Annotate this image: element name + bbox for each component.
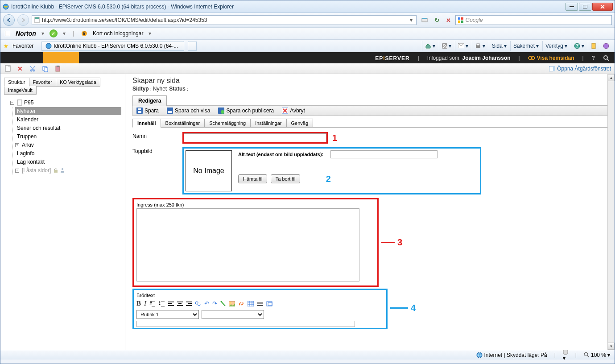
tools-menu[interactable]: Verktyg ▾ [542,41,570,51]
bullet-list-icon[interactable] [159,301,165,307]
save-icon [167,108,173,114]
forward-button[interactable] [17,14,29,26]
tree-collapse-icon[interactable]: − [10,101,14,105]
home-button[interactable]: ▾ [422,41,438,51]
tree-item-lagkontakt[interactable]: Lag kontakt [15,158,121,166]
tree-item-serier[interactable]: Serier och resultat [15,124,121,132]
tree-expand-locked-icon[interactable]: + [15,169,19,173]
fullscreen-icon[interactable] [266,301,272,306]
tree-item-locked[interactable]: [Låsta sidor] [22,167,51,174]
encoding-button[interactable] [600,41,612,51]
cancel-button[interactable]: Avbryt [282,108,305,114]
find-icon[interactable] [195,301,201,306]
tree-root[interactable]: P95 [24,99,33,106]
refresh-icon[interactable]: ↻ [433,17,442,24]
hr-icon[interactable] [257,301,263,306]
research-button[interactable] [588,41,599,51]
favorites-star-icon[interactable]: ★ [3,42,9,50]
maximize-button[interactable] [579,3,591,11]
tab-verktyg[interactable]: KO Verktygslåda [56,78,100,87]
tree-item-truppen[interactable]: Truppen [15,132,121,141]
tree-item-arkiv[interactable]: Arkiv [22,142,34,148]
link-icon[interactable] [238,301,244,307]
tree-item-kalender[interactable]: Kalender [15,116,121,124]
style-select[interactable] [202,310,264,319]
namn-input[interactable] [184,133,326,142]
search-icon[interactable] [603,55,609,61]
tabort-fil-button[interactable]: Ta bort fil [271,174,301,183]
zoom-control[interactable]: 100 % ▾ [584,352,610,358]
norton-status-dropdown[interactable]: ▾ [63,30,66,37]
row-namn: Namn 1 [132,132,611,144]
save-publish-button[interactable]: Spara och publicera [218,108,274,114]
browser-tab[interactable]: IdrottOnline Klubb - EPiServer CMS 6.0.5… [41,41,184,51]
tab-genvag[interactable]: Genväg [286,119,314,128]
alttext-input[interactable] [330,150,438,158]
tab-redigera[interactable]: Redigera [132,95,167,106]
feeds-button[interactable]: ▾ [439,41,454,51]
tab-installningar[interactable]: Inställningar [250,119,286,128]
safety-menu[interactable]: Säkerhet ▾ [510,41,541,51]
tab-schema[interactable]: Schemaläggning [204,119,251,128]
numbered-list-icon[interactable]: 12 [149,301,156,307]
svg-rect-1 [570,6,574,7]
compat-icon[interactable] [419,17,430,24]
brodtext-editor[interactable] [136,321,355,327]
norton-vault-label[interactable]: Kort och inloggningar [93,30,143,37]
tree-expand-icon[interactable]: + [15,143,19,147]
toppbild-box: No Image Alt-text (endast om bild upplad… [182,147,481,194]
italic-button[interactable]: I [144,300,146,307]
protected-mode-icon[interactable]: ▾ [563,349,568,361]
redo-icon[interactable]: ↷ [212,300,217,307]
search-bar[interactable]: Google [455,15,612,25]
image-icon[interactable] [229,301,235,306]
hamta-fil-button[interactable]: Hämta fil [238,174,267,183]
tab-imagevault[interactable]: ImageVault [4,86,37,95]
minimize-button[interactable] [565,3,578,11]
page-menu[interactable]: Sida ▾ [489,41,509,51]
align-center-icon[interactable] [177,301,183,306]
align-right-icon[interactable] [186,301,192,306]
help-button[interactable]: ?▾ [571,41,587,51]
ingress-textarea[interactable] [136,208,359,281]
save-view-button[interactable]: Spara och visa [167,108,210,114]
copy-icon[interactable] [41,65,49,72]
print-button[interactable]: ▾ [472,41,488,51]
vertical-scrollbar[interactable]: ▲ ▼ [607,74,615,350]
new-page-icon[interactable] [4,65,11,72]
favorites-label[interactable]: Favoriter [12,43,33,49]
help-icon[interactable]: ? [592,55,595,61]
undo-icon[interactable]: ↶ [204,300,209,307]
tab-box[interactable]: Boxinställningar [161,119,205,128]
norton-dropdown-icon[interactable]: ▾ [41,30,44,37]
table-icon[interactable] [248,301,254,306]
address-bar[interactable]: http://www3.idrottonline.se/sec/IOK/CMS/… [32,15,417,25]
tree-item-nyheter[interactable]: Nyheter [15,107,121,115]
view-website-link[interactable]: Visa hemsidan [528,55,574,61]
stop-icon[interactable]: ✕ [444,17,453,24]
open-action-panel[interactable]: Öppna Åtgärdsfönstret [549,66,611,72]
paste-icon[interactable] [54,65,61,72]
mail-button[interactable]: ▾ [455,41,471,51]
cut-icon[interactable] [29,65,36,72]
back-button[interactable] [3,14,15,26]
svg-rect-71 [257,303,263,304]
scroll-up-icon[interactable]: ▲ [608,74,615,81]
delete-icon[interactable]: ✕ [17,65,24,72]
bold-button[interactable]: B [136,300,141,307]
save-button[interactable]: Spara [136,108,159,114]
tab-struktur[interactable]: Struktur [4,78,29,87]
heading-select[interactable]: Rubrik 1 [136,310,199,319]
close-button[interactable] [592,3,613,11]
anchor-icon[interactable] [220,301,226,307]
tab-innehall[interactable]: Innehåll [132,119,161,128]
tab-favoriter[interactable]: Favoriter [29,78,56,87]
scroll-down-icon[interactable]: ▼ [608,343,615,350]
episerver-active-mode[interactable] [43,52,79,63]
norton-vault-dropdown[interactable]: ▾ [149,30,151,37]
svg-rect-2 [583,5,587,8]
align-left-icon[interactable] [168,301,174,306]
new-tab-button[interactable] [188,41,197,51]
tree-item-laginfo[interactable]: Laginfo [15,149,121,157]
addr-dropdown-icon[interactable]: ▾ [408,17,414,23]
